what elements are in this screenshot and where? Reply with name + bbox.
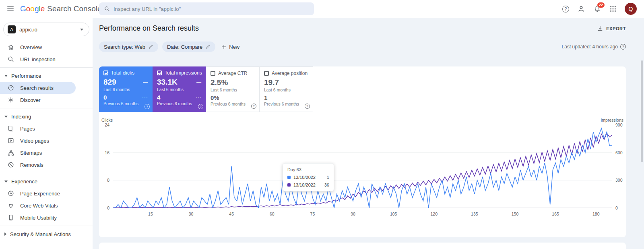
property-selector[interactable]: A appic.io [3,23,89,36]
top-app-bar: Google Search Console 22 Q [0,0,644,18]
account-avatar[interactable]: Q [625,3,637,15]
sidebar-item-search-results[interactable]: Search results [0,82,76,94]
metric-card-average-position[interactable]: Average position 19.7 Last 6 months 1 Pr… [260,66,313,112]
sidebar-item-core-web-vitals[interactable]: Core Web Vitals [0,199,93,212]
metric-period: Last 6 months [103,87,148,92]
metric-prev-period: Previous 6 months [211,102,255,106]
plus-icon [221,44,227,50]
tooltip-value: 36 [324,183,329,187]
sidebar-item-sitemaps[interactable]: Sitemaps [0,147,93,159]
filter-chip-date[interactable]: Date: Compare [162,42,215,52]
sitemaps-tree-icon [7,149,14,156]
right-axis-ticks: 900 600 300 0 [612,125,624,208]
left-axis-ticks: 24 16 8 0 [101,125,113,208]
next-section-panel [99,243,626,249]
help-icon[interactable] [251,104,256,109]
help-icon[interactable] [144,104,150,109]
section-label: Performance [11,73,41,79]
checkbox-icon[interactable] [211,71,215,76]
sidebar-item-label: Sitemaps [20,150,42,156]
help-icon[interactable] [562,6,569,12]
section-label: Experience [11,178,37,185]
help-icon[interactable] [620,44,626,50]
sidebar-item-pages[interactable]: Pages [0,122,93,135]
last-updated: Last updated: 4 hours ago [562,44,626,50]
property-name: appic.io [19,27,37,33]
notifications-button[interactable]: 22 [593,5,601,13]
metric-value: 2.5% [211,78,228,87]
tooltip-value: 1 [327,175,329,180]
page-title: Performance on Search results [99,24,199,33]
sidebar-item-label: Pages [20,126,35,132]
metric-period: Last 6 months [157,87,202,92]
sidebar-item-removals[interactable]: Removals [0,159,93,171]
core-web-vitals-icon [7,202,14,209]
metric-prev-period: Previous 6 months [103,101,148,106]
filter-chip-search-type[interactable]: Search type: Web [99,42,158,52]
sidebar-item-label: Core Web Vitals [20,203,58,209]
overflow-dots-glyph: ··· [142,95,148,100]
app-logo[interactable]: Google Search Console [20,4,102,13]
pencil-icon [149,44,153,49]
sidebar-item-label: Removals [20,162,43,168]
sidebar-item-url-inspection[interactable]: URL inspection [0,53,93,65]
export-button[interactable]: EXPORT [597,25,626,32]
chart-plot[interactable]: Day 63 13/10/2022 1 13/10/2022 36 [113,125,612,208]
performance-gauge-icon [7,84,14,91]
hamburger-menu-button[interactable] [2,1,19,17]
sidebar-item-page-experience[interactable]: Page Experience [0,187,93,199]
new-filter-button[interactable]: New [221,44,239,50]
metric-period: Last 6 months [211,87,255,92]
sidebar-item-label: URL inspection [20,56,56,62]
discover-sparkle-icon [7,96,14,104]
metric-prev-value: 4 [157,94,160,101]
metric-card-average-ctr[interactable]: Average CTR 2.5% Last 6 months 0% Previo… [206,66,260,112]
topbar-actions: 22 Q [562,3,644,15]
property-favicon: A [8,25,16,33]
sidebar-item-video-pages[interactable]: Video pages [0,135,93,147]
checkbox-icon[interactable] [157,71,162,75]
metric-cards: Total clicks 829— Last 6 months 0··· Pre… [99,66,626,112]
sidebar-item-label: Discover [20,97,41,103]
chevron-right-icon [4,232,6,236]
metric-card-total-impressions[interactable]: Total impressions 33.1K— Last 6 months 4… [153,66,206,112]
sidebar-item-label: Search results [20,85,54,91]
removals-blocked-icon [7,161,14,168]
logo-google-wordmark: Google [20,4,45,13]
right-axis-title: Impressions [601,118,623,122]
tooltip-date: 13/10/2022 [293,175,316,180]
user-settings-icon[interactable] [577,5,585,13]
metric-prev-value: 1 [264,94,267,101]
section-label: Indexing [11,114,31,120]
sidebar-divider [0,173,93,173]
help-icon[interactable] [198,104,203,109]
sidebar-item-overview[interactable]: Overview [0,41,93,53]
checkbox-icon[interactable] [264,71,269,76]
sidebar-item-discover[interactable]: Discover [0,94,93,106]
series-swatch-impressions [287,183,291,187]
sidebar-section-security[interactable]: Security & Manual Actions [0,228,93,240]
x-axis-ticks: 15 30 45 60 75 90 105 120 135 150 165 18… [113,208,612,219]
metric-prev-value: 0% [211,94,219,101]
sidebar-item-label: Page Experience [20,191,60,197]
home-icon [7,44,14,51]
sidebar-section-performance[interactable]: Performance [0,70,93,82]
search-input[interactable] [114,6,309,12]
help-icon[interactable] [305,104,310,109]
metric-prev-period: Previous 6 months [157,101,202,106]
magnifier-icon [7,56,14,63]
chevron-down-icon [80,29,83,31]
sidebar-item-mobile-usability[interactable]: Mobile Usability [0,212,93,224]
vertical-scrollbar[interactable] [641,60,643,162]
trend-glyph: — [143,79,148,85]
sidebar-section-experience[interactable]: Experience [0,175,93,187]
checkbox-icon[interactable] [103,71,108,75]
chevron-down-icon [4,181,8,183]
chart-tooltip: Day 63 13/10/2022 1 13/10/2022 36 [283,163,334,191]
metric-card-total-clicks[interactable]: Total clicks 829— Last 6 months 0··· Pre… [99,66,153,112]
sidebar-divider [0,226,93,226]
sidebar-section-indexing[interactable]: Indexing [0,110,93,122]
url-inspection-searchbar[interactable] [99,2,314,15]
apps-grid-icon[interactable] [609,5,617,12]
chevron-down-icon [4,116,8,118]
